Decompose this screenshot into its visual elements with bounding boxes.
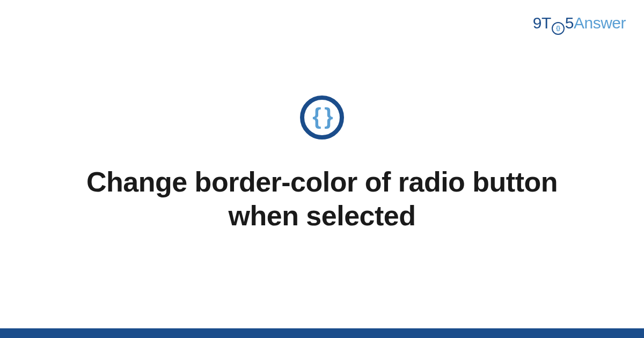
braces-icon: { } <box>312 105 331 128</box>
footer-bar <box>0 328 644 338</box>
category-icon-circle: { } <box>300 95 344 139</box>
page-title: Change border-color of radio button when… <box>80 165 564 233</box>
main-content: { } Change border-color of radio button … <box>0 0 644 328</box>
